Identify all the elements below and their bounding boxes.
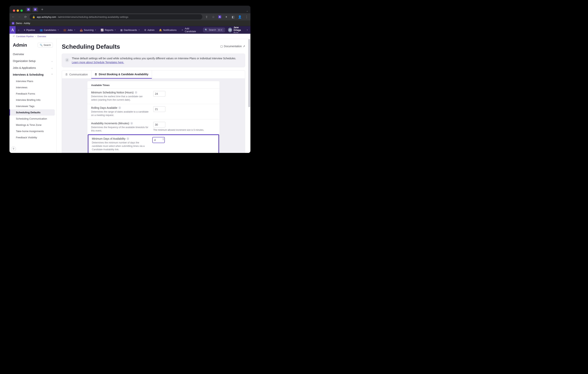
notifications-button[interactable]: 🔔Notifications	[157, 26, 179, 34]
documentation-link[interactable]: ▢ Documentation ↗	[220, 45, 245, 48]
sidebar-item-label: Feedback Forms	[16, 92, 35, 95]
nav-sourcing[interactable]: 📤Sourcing▾	[77, 26, 98, 34]
number-stepper[interactable]: ▲▼	[163, 138, 164, 140]
calendar-icon: 🗓	[95, 73, 97, 76]
sidebar-sub-feedback-forms[interactable]: Feedback Forms	[10, 91, 56, 97]
available-times-card: Available Times Minimum Scheduling Notic…	[87, 81, 220, 153]
add-candidate-button[interactable]: ＋Add Candidate	[179, 26, 201, 34]
info-icon[interactable]: i	[118, 107, 121, 109]
history-icon: ↺	[13, 35, 15, 38]
nav-admin[interactable]: ⚙Admin	[142, 26, 157, 34]
sidebar-sub-interviewer-tags[interactable]: Interviewer Tags	[10, 103, 56, 109]
sidebar-item-label: Interview Plans	[16, 80, 33, 83]
calendar-icon: 🗓	[65, 73, 68, 76]
browser-tab-active[interactable]: A	[32, 7, 38, 12]
sidebar-sub-scheduling-defaults[interactable]: Scheduling Defaults	[10, 109, 55, 116]
bookmark-star-icon[interactable]: ☆	[211, 15, 215, 19]
address-bar[interactable]: 🔒 app.ashbyhq.com/admin/interview/schedu…	[30, 14, 202, 20]
bookmark-item[interactable]: Demo - Ashby	[16, 22, 30, 25]
sidebar-sub-meetings-timezone[interactable]: Meetings & Time Zone	[10, 122, 56, 128]
sidebar-sub-feedback-visibility[interactable]: Feedback Visibility	[10, 134, 56, 140]
forward-button[interactable]: →	[17, 15, 21, 19]
browser-tab-strip: A A +	[10, 6, 251, 13]
field-rolling-days: Rolling Days Availablei Determines the r…	[87, 104, 220, 119]
dashboard-icon: ▦	[120, 29, 123, 32]
plus-icon: ＋	[181, 28, 184, 32]
extension-ashby-icon[interactable]: A	[218, 15, 221, 18]
sidebar-item-overview[interactable]: Overview	[10, 51, 56, 58]
share-icon[interactable]: ⇪	[205, 15, 208, 19]
browser-tab[interactable]: A	[26, 7, 31, 12]
chevron-down-icon: ▾	[247, 29, 248, 31]
nav-reports[interactable]: 📈Reports▾	[98, 26, 118, 34]
tab-communication[interactable]: 🗓 Communication	[62, 71, 91, 78]
sidebar-sub-interview-plans[interactable]: Interview Plans	[10, 78, 56, 84]
sidebar-title: Admin	[13, 43, 27, 48]
sidebar-item-organization-setup[interactable]: Organization Setup⌄	[10, 58, 56, 64]
field-label: Availability Increments (Minutes)	[91, 122, 129, 125]
nav-label: Reports	[105, 29, 114, 32]
help-button[interactable]: ?	[11, 147, 16, 151]
field-description: Determines the minimum number of days th…	[92, 141, 148, 151]
nav-dashboards[interactable]: ▦Dashboards▾	[118, 26, 142, 34]
tab-direct-booking[interactable]: 🗓 Direct Booking & Candidate Availabilit…	[91, 71, 152, 79]
profile-icon[interactable]: 👤	[238, 15, 242, 19]
briefcase-icon: 💼	[63, 29, 66, 32]
user-menu[interactable]: JO Jane Ortega Acme ▾	[227, 26, 251, 33]
sidebar-sub-scheduling-communication[interactable]: Scheduling Communication	[10, 116, 56, 122]
page-title: Scheduling Defaults	[62, 43, 120, 50]
search-shortcut: ⌘+K	[217, 29, 223, 31]
breadcrumb-link[interactable]: Candidate Pipeline	[16, 35, 33, 38]
banner-link[interactable]: Learn more about Schedule Templates here…	[72, 61, 124, 64]
book-icon: ▢	[220, 45, 223, 48]
filter-icon: ▾	[24, 29, 25, 32]
side-panel-icon[interactable]: ◧	[231, 15, 235, 19]
back-button[interactable]: ←	[11, 15, 15, 19]
reload-button[interactable]: ⟳	[23, 15, 27, 19]
new-tab-button[interactable]: +	[39, 7, 45, 12]
sidebar-item-label: Organization Setup	[13, 60, 36, 63]
admin-sidebar: Admin 🔍 Search Overview Organization Set…	[10, 39, 56, 153]
url-host: app.ashbyhq.com	[37, 16, 56, 18]
chevron-down-icon: ▾	[139, 29, 140, 31]
increments-input[interactable]	[153, 122, 165, 128]
close-window-button[interactable]	[13, 10, 15, 12]
info-icon[interactable]: i	[126, 137, 129, 140]
extensions-icon[interactable]: ✦	[224, 15, 228, 19]
scrollbar[interactable]	[248, 39, 250, 107]
search-icon: 🔍	[205, 29, 208, 31]
sidebar-item-label: Jobs & Applications	[13, 66, 36, 69]
avatar: JO	[228, 28, 232, 32]
global-search[interactable]: 🔍 Search ⌘+K	[203, 28, 225, 32]
sidebar-sub-take-home[interactable]: Take-home Assignments	[10, 128, 56, 134]
nav-candidates[interactable]: 👥Candidates▾	[37, 26, 61, 34]
chrome-menu-icon[interactable]: ⋮	[245, 15, 249, 19]
chevron-down-icon: ⌄	[51, 67, 53, 69]
sidebar-item-jobs-applications[interactable]: Jobs & Applications⌄	[10, 64, 56, 71]
nav-pipeline[interactable]: ▾Pipeline	[21, 26, 37, 34]
nav-home[interactable]: ⌂	[16, 26, 21, 34]
sidebar-item-label: Take-home Assignments	[16, 130, 44, 133]
nav-label: Sourcing	[84, 29, 94, 32]
sourcing-icon: 📤	[80, 29, 83, 32]
tab-label: Communication	[69, 73, 88, 76]
fullscreen-window-button[interactable]	[21, 10, 23, 12]
sidebar-search-button[interactable]: 🔍 Search	[38, 43, 53, 48]
app-logo[interactable]: A	[10, 26, 16, 34]
chevron-down-icon: ▾	[58, 29, 59, 31]
sidebar-item-interviews-scheduling[interactable]: Interviews & Scheduling⌃	[10, 71, 56, 78]
info-icon[interactable]: i	[130, 122, 133, 125]
minimize-window-button[interactable]	[17, 10, 19, 12]
sidebar-sub-interviews[interactable]: Interviews	[10, 84, 56, 91]
min-notice-input[interactable]	[153, 91, 165, 97]
nav-jobs[interactable]: 💼Jobs▾	[61, 26, 77, 34]
sidebar-item-label: Interviewer Tags	[16, 105, 34, 108]
sidebar-sub-interview-briefing[interactable]: Interview Briefing Info	[10, 97, 56, 103]
breadcrumb-link[interactable]: Overview	[37, 35, 46, 38]
chrome-tabs-menu-button[interactable]: ⌄	[246, 10, 248, 12]
tab-label: Direct Booking & Candidate Availability	[99, 73, 148, 76]
gear-icon: ⚙	[144, 29, 147, 32]
info-icon[interactable]: i	[135, 91, 137, 94]
chevron-down-icon: ▾	[95, 29, 96, 31]
rolling-days-input[interactable]	[153, 106, 165, 112]
